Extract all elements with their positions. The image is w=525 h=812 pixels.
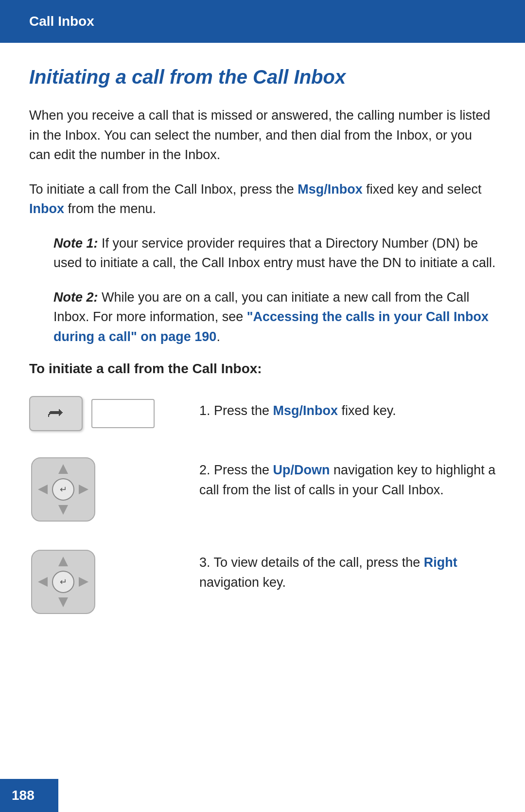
step-2-content: 2. Press the Up/Down navigation key to h… <box>199 455 496 500</box>
step-row-1: ⮫ 1. Press the Msg/Inbox fixed key. <box>29 396 496 431</box>
inbox-icon: ⮫ <box>48 405 64 423</box>
main-content: Initiating a call from the Call Inbox Wh… <box>0 43 525 674</box>
msg-inbox-link-1: Msg/Inbox <box>298 182 363 197</box>
step-3-images: ↵ <box>29 548 185 616</box>
step-2-text: 2. Press the Up/Down navigation key to h… <box>199 463 495 497</box>
step-row-3: ↵ 3. To view details of the call, press … <box>29 548 496 616</box>
step-2-images: ↵ <box>29 455 185 523</box>
step-1-images: ⮫ <box>29 396 185 431</box>
page-title: Initiating a call from the Call Inbox <box>29 66 496 88</box>
svg-text:↵: ↵ <box>60 577 67 587</box>
note-1: Note 1: If your service provider require… <box>29 234 496 273</box>
note-2: Note 2: While you are on a call, you can… <box>29 288 496 347</box>
nav-pad-illustration-2: ↵ <box>29 455 97 523</box>
step-1-content: 1. Press the Msg/Inbox fixed key. <box>199 396 496 421</box>
msg-inbox-key-illustration: ⮫ <box>29 396 83 431</box>
step-3-text: 3. To view details of the call, press th… <box>199 555 457 590</box>
footer-page-number: 188 <box>0 779 58 812</box>
step-row-2: ↵ 2. Press the Up/Down navigation key to… <box>29 455 496 523</box>
header-bar: Call Inbox <box>0 0 525 43</box>
procedure-heading: To initiate a call from the Call Inbox: <box>29 361 496 377</box>
header-title: Call Inbox <box>29 14 94 29</box>
blank-key-illustration <box>91 399 155 428</box>
inbox-link: Inbox <box>29 201 64 216</box>
intro-paragraph-1: When you receive a call that is missed o… <box>29 106 496 165</box>
intro-paragraph-2: To initiate a call from the Call Inbox, … <box>29 180 496 219</box>
svg-text:↵: ↵ <box>60 485 67 494</box>
step-3-content: 3. To view details of the call, press th… <box>199 548 496 592</box>
steps-container: ⮫ 1. Press the Msg/Inbox fixed key. <box>29 396 496 616</box>
step-1-text: 1. Press the Msg/Inbox fixed key. <box>199 403 396 418</box>
nav-pad-illustration-3: ↵ <box>29 548 97 616</box>
